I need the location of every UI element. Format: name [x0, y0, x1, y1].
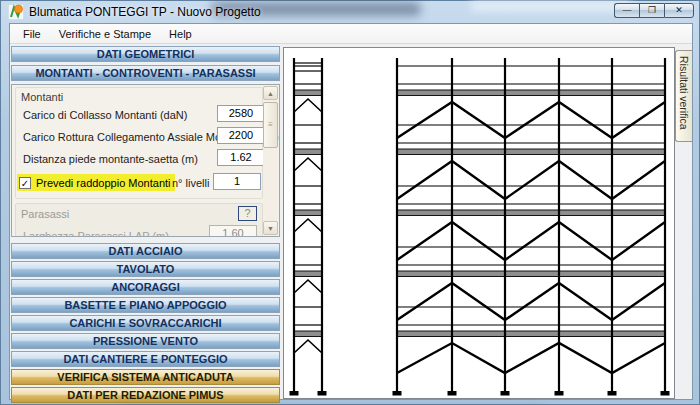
right-dock-strip: Risultati verifica: [674, 45, 692, 399]
raddoppio-highlight: ✓ Prevedi raddoppio Montanti: [17, 174, 175, 191]
section-tavolato[interactable]: TAVOLATO: [11, 261, 280, 277]
section-pressione-vento[interactable]: PRESSIONE VENTO: [11, 333, 280, 349]
raddoppio-label: Prevedi raddoppio Montanti: [36, 177, 171, 189]
menu-verifiche-e-stampe[interactable]: Verifiche e Stampe: [50, 26, 160, 42]
menu-file[interactable]: File: [14, 26, 50, 42]
section-dati-geometrici[interactable]: DATI GEOMETRICI: [11, 46, 280, 62]
client-area: File Verifiche e Stampe Help DATI GEOMET…: [9, 23, 693, 400]
distanza-piede-label: Distanza piede montante-saetta (m): [23, 153, 198, 165]
section-ancoraggi[interactable]: ANCORAGGI: [11, 279, 280, 295]
section-montanti-controventi-parasassi[interactable]: MONTANTI - CONTROVENTI - PARASASSI: [11, 65, 280, 81]
larghezza-parasassi-input: 1.60: [209, 225, 257, 237]
section-basette-e-piano-appoggio[interactable]: BASETTE E PIANO APPOGGIO: [11, 297, 280, 313]
menu-bar: File Verifiche e Stampe Help: [10, 24, 692, 44]
app-window: Blumatica PONTEGGI TP - Nuovo Progetto —…: [0, 0, 700, 405]
section-dati-acciaio[interactable]: DATI ACCIAIO: [11, 243, 280, 259]
parasassi-help-button[interactable]: ?: [238, 206, 257, 221]
minimize-button[interactable]: —: [614, 3, 639, 18]
section-dati-cantiere-e-ponteggio[interactable]: DATI CANTIERE E PONTEGGIO: [11, 351, 280, 367]
scroll-down-icon[interactable]: ▼: [263, 221, 278, 235]
app-logo-icon: [8, 4, 24, 20]
montanti-panel: Montanti Carico di Collasso Montanti (da…: [11, 84, 280, 237]
close-button[interactable]: ✕: [664, 3, 694, 18]
risultati-verifica-label: Risultati verifica: [678, 56, 690, 130]
section-dati-per-redazione-pimus[interactable]: DATI PER REDAZIONE PIMUS: [11, 387, 280, 403]
parasassi-group-label: Parasassi: [21, 208, 69, 220]
panel-scrollbar[interactable]: ▲ ≡ ▼: [263, 86, 278, 235]
scrollbar-thumb[interactable]: ≡: [263, 102, 278, 148]
menu-help[interactable]: Help: [160, 26, 201, 42]
montanti-group-label: Montanti: [21, 91, 63, 103]
n-livelli-label: n° livelli: [172, 177, 209, 189]
content-area: DATI GEOMETRICI MONTANTI - CONTROVENTI -…: [10, 45, 692, 399]
scroll-up-icon[interactable]: ▲: [263, 86, 278, 100]
raddoppio-checkbox[interactable]: ✓: [19, 177, 31, 189]
n-livelli-input[interactable]: 1: [213, 173, 261, 190]
scaffold-elevation-drawing: [284, 48, 674, 398]
distanza-piede-input[interactable]: 1.62: [217, 149, 265, 166]
carico-collasso-input[interactable]: 2580: [217, 105, 265, 122]
larghezza-parasassi-label: Larghezza Parasassi LAP (m): [23, 230, 169, 237]
section-verifica-sistema-anticaduta[interactable]: VERIFICA SISTEMA ANTICADUTA: [11, 369, 280, 385]
parasassi-groupbox: Parasassi ? Larghezza Parasassi LAP (m) …: [15, 203, 263, 237]
window-controls: — ❐ ✕: [614, 3, 694, 18]
carico-collasso-label: Carico di Collasso Montanti (daN): [23, 109, 187, 121]
maximize-button[interactable]: ❐: [639, 3, 664, 18]
title-bar[interactable]: Blumatica PONTEGGI TP - Nuovo Progetto —…: [1, 1, 700, 23]
carico-rottura-input[interactable]: 2200: [217, 127, 265, 144]
window-title: Blumatica PONTEGGI TP - Nuovo Progetto: [29, 5, 261, 19]
tab-risultati-verifica[interactable]: Risultati verifica: [675, 50, 692, 142]
scaffold-drawing-canvas: [283, 47, 675, 399]
section-carichi-e-sovraccarichi[interactable]: CARICHI E SOVRACCARICHI: [11, 315, 280, 331]
